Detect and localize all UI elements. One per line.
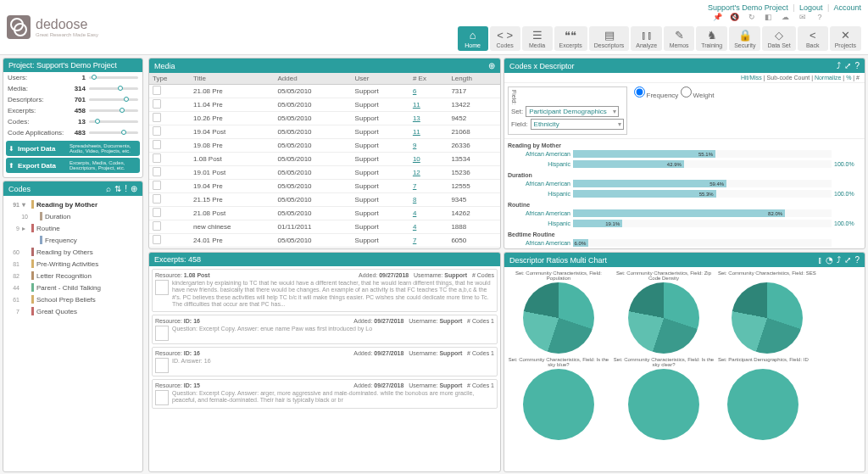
mail-icon[interactable]: ✉ [798,12,808,22]
help-icon[interactable]: ? [815,12,825,22]
table-row[interactable]: 11.04 Pre05/05/2010Support1113422 [149,98,500,112]
pie-cell[interactable]: Set: Community Characteristics, Field: S… [718,270,816,354]
excerpt-item[interactable]: Resource: ID: 16Added: 09/27/2018 Userna… [152,315,498,344]
radio-frequency[interactable]: Frequency [634,92,679,99]
media-ex[interactable]: 11 [409,98,448,112]
stat-slider[interactable] [89,76,138,79]
import-data-button[interactable]: ⬇ Import Data Spreadsheets, Documents, A… [6,141,140,156]
nav-projects[interactable]: ✕Projects [830,26,861,51]
chart-icon[interactable]: ⫿ [818,255,822,265]
hitmiss-toggle[interactable]: Hit/Miss [741,75,762,81]
nav-security[interactable]: 🔒Security [729,26,760,51]
pie-cell[interactable]: Set: Community Characteristics, Field: I… [613,357,715,440]
logout-link[interactable]: Logout [799,3,823,12]
export-data-button[interactable]: ⬆ Export Data Excerpts, Media, Codes, De… [6,158,140,173]
nav-analyze[interactable]: ⫿⫿Analyze [631,26,662,51]
col-header[interactable]: Added [275,73,352,85]
table-row[interactable]: 24.01 Pre05/05/2010Support76050 [149,234,500,248]
pie-cell[interactable]: Set: Participant Demographics, Field: ID [718,357,809,440]
media-ex[interactable]: 4 [409,220,448,234]
chart-bar[interactable]: 55.1% [573,150,832,158]
nav-training[interactable]: ♞Training [696,26,727,51]
sort-icon[interactable]: ⇅ [114,184,121,193]
stat-slider[interactable] [89,109,138,112]
stat-slider[interactable] [89,98,138,101]
nav-codes[interactable]: < >Codes [490,26,520,51]
account-link[interactable]: Account [833,3,861,12]
table-row[interactable]: 21.08 Post05/05/2010Support414262 [149,207,500,220]
cloud-icon[interactable]: ☁ [781,12,791,22]
col-header[interactable]: Type [149,73,190,85]
code-item[interactable]: 91▾Reading by Mother [6,198,140,210]
stat-slider[interactable] [89,131,138,134]
stat-slider[interactable] [89,87,138,90]
media-ex[interactable]: 10 [409,153,448,166]
media-ex[interactable]: 11 [409,125,448,139]
help2-icon[interactable]: ? [854,255,860,265]
help-panel-icon[interactable]: ? [854,61,860,70]
chart-bar[interactable]: 6.0% [573,239,832,247]
nav-dataset[interactable]: ◇Data Set [762,26,795,51]
add-icon[interactable]: ⊕ [131,184,137,193]
pie-cell[interactable]: Set: Community Characteristics, Field: P… [508,270,609,354]
nav-descriptors[interactable]: ▤Descriptors [589,26,629,51]
search-icon[interactable]: ⌕ [106,184,111,193]
nav-excerpts[interactable]: ❝❝Excerpts [554,26,587,51]
field-dropdown[interactable]: Ethnicity [531,119,624,130]
chart-bar[interactable]: 42.9% [573,160,832,168]
excerpt-item[interactable]: Resource: ID: 15Added: 09/27/2018 Userna… [152,379,498,409]
media-ex[interactable]: 13 [409,112,448,125]
media-ex[interactable]: 4 [409,207,448,220]
chart-bar[interactable]: 82.0% [573,209,832,217]
col-header[interactable]: Title [190,73,274,85]
code-item[interactable]: 82Letter Recognition [6,270,140,282]
nav-media[interactable]: ☰Media [522,26,553,51]
info-icon[interactable]: ! [125,184,127,193]
subcode-toggle[interactable]: Sub-code Count [767,75,810,81]
chart-bar[interactable]: 55.3% [573,190,832,198]
tree-toggle-icon[interactable]: ▾ [22,201,29,209]
expand-icon[interactable]: ⤢ [844,61,851,70]
pie-cell[interactable]: Set: Community Characteristics, Field: Z… [613,270,715,354]
normalize-toggle[interactable]: Normalize [815,75,842,81]
add-media-icon[interactable]: ⊕ [488,61,495,70]
code-item[interactable]: 9▸Routine [6,222,140,234]
nav-memos[interactable]: ✎Memos [664,26,694,51]
code-item[interactable]: Frequency [6,234,140,246]
chart-bar[interactable]: 59.4% [573,180,832,187]
code-item[interactable]: 7Great Quotes [6,305,140,317]
export-icon[interactable]: ⤴ [837,61,841,70]
code-item[interactable]: 44Parent - Child Talking [6,282,140,293]
expand2-icon[interactable]: ⤢ [844,255,851,265]
pin-icon[interactable]: 📌 [713,12,723,22]
table-row[interactable]: 21.15 Pre05/05/2010Support89345 [149,193,500,207]
table-row[interactable]: 19.04 Pre05/05/2010Support712555 [149,180,500,193]
code-item[interactable]: 61School Prep Beliefs [6,293,140,305]
excerpt-item[interactable]: Resource: 1.08 PostAdded: 09/27/2018 Use… [152,269,498,312]
nav-back[interactable]: <Back [798,26,828,51]
volume-icon[interactable]: 🔇 [730,12,740,22]
code-item[interactable]: 60Reading by Others [6,246,140,258]
nav-home[interactable]: ⌂Home [458,26,488,51]
media-ex[interactable]: 7 [409,180,448,193]
media-ex[interactable]: 12 [409,166,448,180]
set-dropdown[interactable]: Participant Demographics [526,106,619,117]
table-row[interactable]: 19.04 Post05/05/2010Support1121068 [149,125,500,139]
table-row[interactable]: new chinese01/11/2011Support41888 [149,220,500,234]
media-ex[interactable]: 8 [409,193,448,207]
pie-icon[interactable]: ◔ [826,255,833,265]
media-ex[interactable]: 7 [409,234,448,248]
media-ex[interactable]: 5 [409,248,448,249]
table-row[interactable]: 19.08 Pre05/05/2010Support926336 [149,139,500,153]
media-ex[interactable]: 6 [409,85,448,98]
refresh-icon[interactable]: ↻ [747,12,757,22]
table-row[interactable]: 21.08 Pre05/05/2010Support67317 [149,85,500,98]
col-header[interactable]: # Ex [409,73,448,85]
table-row[interactable]: 5.2 Post05/05/2010Support510952 [149,248,500,249]
media-ex[interactable]: 9 [409,139,448,153]
excerpt-item[interactable]: Resource: ID: 16Added: 09/27/2018 Userna… [152,347,498,376]
table-row[interactable]: 1.08 Post05/05/2010Support1013534 [149,153,500,166]
col-header[interactable]: User [352,73,409,85]
table-row[interactable]: 10.26 Pre05/05/2010Support139452 [149,112,500,125]
window-icon[interactable]: ◧ [764,12,774,22]
